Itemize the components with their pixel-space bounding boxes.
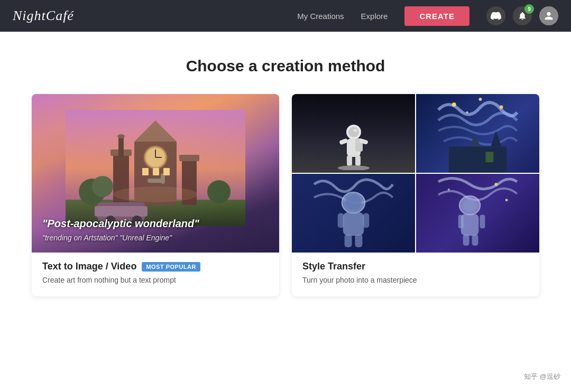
svg-rect-58 (472, 234, 478, 246)
svg-point-61 (448, 189, 450, 191)
svg-rect-49 (363, 213, 369, 228)
card-desc-style-transfer: Turn your photo into a masterpiece (302, 275, 529, 286)
svg-rect-20 (95, 206, 148, 217)
svg-point-18 (207, 180, 231, 203)
svg-rect-56 (480, 214, 485, 228)
card-image-text-to-image: "Post-apocalyptic wonderland" "trending … (32, 94, 279, 253)
card-info-text-to-image: Text to Image / Video MOST POPULAR Creat… (32, 253, 279, 296)
style-photo-starry-night (416, 94, 539, 173)
page-title: Choose a creation method (21, 57, 550, 75)
card-text-to-image[interactable]: "Post-apocalyptic wonderland" "trending … (32, 94, 279, 296)
svg-point-39 (500, 105, 503, 109)
main-nav: My Creations Explore CREATE 9 (297, 6, 558, 26)
overlay-quote: "Post-apocalyptic wonderland" (42, 217, 199, 230)
svg-point-37 (452, 102, 456, 107)
card-title-row-style: Style Transfer (302, 261, 529, 272)
style-photo-mixed-left (292, 174, 415, 253)
user-avatar[interactable] (539, 6, 558, 25)
most-popular-badge: MOST POPULAR (142, 262, 200, 272)
svg-point-11 (117, 134, 125, 138)
svg-rect-57 (463, 234, 469, 246)
svg-point-53 (463, 199, 477, 212)
svg-point-59 (494, 183, 498, 186)
svg-point-46 (346, 195, 362, 210)
discord-icon[interactable] (486, 6, 505, 25)
card-title-text-to-image: Text to Image / Video (42, 261, 136, 272)
card-title-style-transfer: Style Transfer (302, 261, 365, 272)
style-grid (292, 94, 539, 253)
svg-rect-50 (345, 234, 352, 247)
nav-explore[interactable]: Explore (361, 12, 388, 21)
svg-point-40 (466, 111, 468, 114)
site-logo[interactable]: NightCafé (13, 8, 74, 24)
svg-point-17 (92, 176, 113, 197)
card-title-row: Text to Image / Video MOST POPULAR (42, 261, 269, 272)
card-image-style-transfer (292, 94, 539, 253)
create-button[interactable]: CREATE (404, 6, 469, 26)
svg-rect-55 (458, 214, 464, 228)
card-desc-text-to-image: Create art from nothing but a text promp… (42, 275, 269, 286)
svg-rect-48 (338, 213, 344, 228)
svg-rect-10 (118, 136, 124, 157)
svg-rect-34 (347, 155, 352, 166)
style-photo-mixed-right (416, 174, 539, 253)
svg-rect-13 (179, 155, 199, 161)
svg-point-36 (338, 165, 370, 170)
svg-point-29 (353, 129, 357, 132)
svg-rect-25 (163, 168, 170, 175)
card-overlay-text: "Post-apocalyptic wonderland" "trending … (42, 217, 199, 242)
svg-rect-54 (461, 213, 479, 236)
svg-rect-51 (355, 234, 362, 247)
card-style-transfer[interactable]: Style Transfer Turn your photo into a ma… (292, 94, 539, 296)
svg-point-38 (478, 98, 482, 101)
card-info-style-transfer: Style Transfer Turn your photo into a ma… (292, 253, 539, 296)
svg-rect-35 (355, 155, 361, 166)
svg-rect-23 (142, 168, 149, 175)
svg-rect-44 (485, 152, 493, 162)
notification-badge: 9 (524, 4, 534, 14)
svg-point-26 (113, 186, 198, 202)
style-photo-moon (292, 94, 415, 173)
overlay-tags: "trending on Artstation" "Unreal Engine" (42, 234, 199, 242)
svg-point-60 (505, 199, 508, 201)
watermark: 知乎 @逗砂 (524, 372, 560, 381)
svg-point-28 (348, 127, 359, 137)
svg-rect-47 (343, 212, 364, 236)
header-icons: 9 (486, 6, 558, 25)
cards-grid: "Post-apocalyptic wonderland" "trending … (32, 94, 539, 296)
svg-rect-24 (153, 168, 159, 175)
notifications-icon[interactable]: 9 (513, 6, 532, 25)
nav-my-creations[interactable]: My Creations (297, 12, 344, 21)
svg-rect-41 (449, 146, 506, 173)
